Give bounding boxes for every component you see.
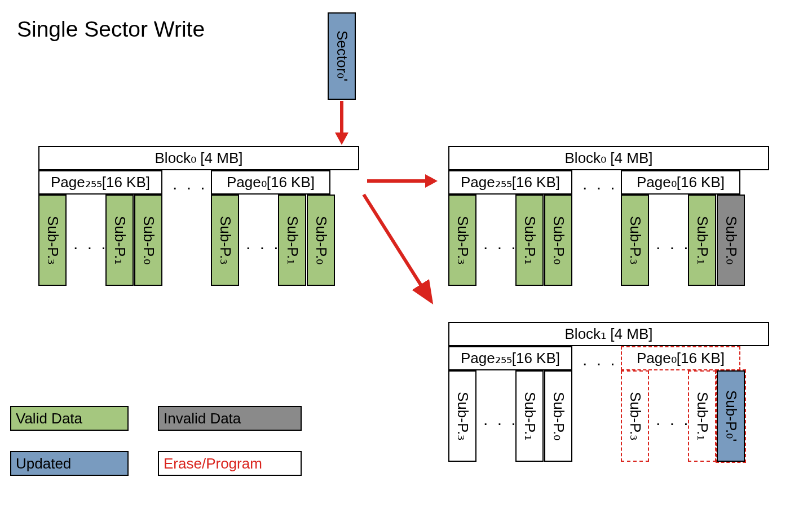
ellipsis: . . .	[246, 234, 281, 253]
sub-page-label: Sub-P.₁	[284, 216, 301, 264]
right-block0-header: Block₀ [4 MB]	[448, 146, 769, 170]
sub-page-label: Sub-P.₀	[550, 392, 567, 440]
sub-page-label: Sub-P.₀	[722, 216, 740, 264]
arrow-sector-down-head	[335, 132, 348, 145]
r1-p255-sp0: Sub-P.₀	[544, 370, 572, 462]
arrow-sector-down-line	[340, 101, 343, 134]
r0-p0-sp0-invalid: Sub-P.₀	[717, 195, 745, 286]
sub-page-label: Sub-P.₁	[521, 392, 539, 440]
ellipsis: . . .	[73, 234, 108, 253]
sub-page-label: Sub-P.₃	[626, 216, 644, 264]
r0-p0-sp3: Sub-P.₃	[621, 195, 649, 286]
r1-p255-sp1: Sub-P.₁	[515, 370, 544, 462]
sub-page-label: Sub-P.₁	[694, 216, 711, 264]
left-p255-sp1: Sub-P.₁	[105, 195, 134, 286]
right-block0-page0: Page₀[16 KB]	[621, 170, 740, 195]
sub-page-label: Sub-P.₁	[111, 216, 129, 264]
arrow-right-line	[367, 179, 426, 183]
r0-p255-sp0: Sub-P.₀	[544, 195, 572, 286]
sub-page-label: Sub-P.₃	[217, 216, 234, 264]
arrow-diag	[364, 195, 448, 319]
ellipsis: . . .	[483, 234, 518, 253]
left-block0-page255: Page₂₅₅[16 KB]	[38, 170, 162, 195]
sector-box: Sector₀'	[328, 12, 356, 100]
r0-p255-sp1: Sub-P.₁	[515, 195, 544, 286]
r1-p255-sp3: Sub-P.₃	[448, 370, 476, 462]
ellipsis: . . .	[483, 410, 518, 429]
r1-p0-sp1-dashed: Sub-P.₁	[688, 370, 716, 462]
ellipsis: . . .	[656, 234, 691, 253]
right-block1-header: Block₁ [4 MB]	[448, 322, 769, 346]
r0-p0-sp1: Sub-P.₁	[688, 195, 716, 286]
sub-page-label: Sub-P.₁	[694, 392, 711, 440]
legend-invalid: Invalid Data	[158, 406, 302, 431]
r1-p0-sp0-dashed-overlay	[716, 369, 746, 463]
sub-page-label: Sub-P.₁	[521, 216, 539, 264]
left-p0-sp0: Sub-P.₀	[307, 195, 335, 286]
left-block0-header: Block₀ [4 MB]	[38, 146, 359, 170]
sub-page-label: Sub-P.₃	[626, 392, 644, 440]
sub-page-label: Sub-P.₃	[454, 392, 471, 440]
legend-valid: Valid Data	[10, 406, 129, 431]
sub-page-label: Sub-P.₀	[312, 216, 330, 264]
left-p255-sp3: Sub-P.₃	[38, 195, 67, 286]
ellipsis: . . .	[656, 410, 691, 429]
ellipsis: . . .	[582, 350, 617, 369]
left-p255-sp0: Sub-P.₀	[134, 195, 162, 286]
left-p0-sp1: Sub-P.₁	[278, 195, 306, 286]
sub-page-label: Sub-P.₀	[550, 216, 567, 264]
sub-page-label: Sub-P.₃	[44, 216, 61, 264]
legend-updated: Updated	[10, 451, 129, 476]
arrow-right-head	[425, 174, 438, 188]
right-block1-page0-dashed: Page₀[16 KB]	[621, 346, 740, 370]
r1-p0-sp3-dashed: Sub-P.₃	[621, 370, 649, 462]
diagram-title: Single Sector Write	[17, 17, 205, 42]
left-block0-page0: Page₀[16 KB]	[211, 170, 330, 195]
right-block1-page255: Page₂₅₅[16 KB]	[448, 346, 572, 370]
ellipsis: . . .	[582, 174, 617, 193]
svg-line-0	[364, 195, 431, 302]
left-p0-sp3: Sub-P.₃	[211, 195, 239, 286]
sector-label: Sector₀'	[333, 30, 351, 81]
legend-erase: Erase/Program	[158, 451, 302, 476]
right-block0-page255: Page₂₅₅[16 KB]	[448, 170, 572, 195]
sub-page-label: Sub-P.₃	[454, 216, 471, 264]
sub-page-label: Sub-P.₀	[140, 216, 157, 264]
ellipsis: . . .	[173, 174, 208, 193]
r0-p255-sp3: Sub-P.₃	[448, 195, 476, 286]
